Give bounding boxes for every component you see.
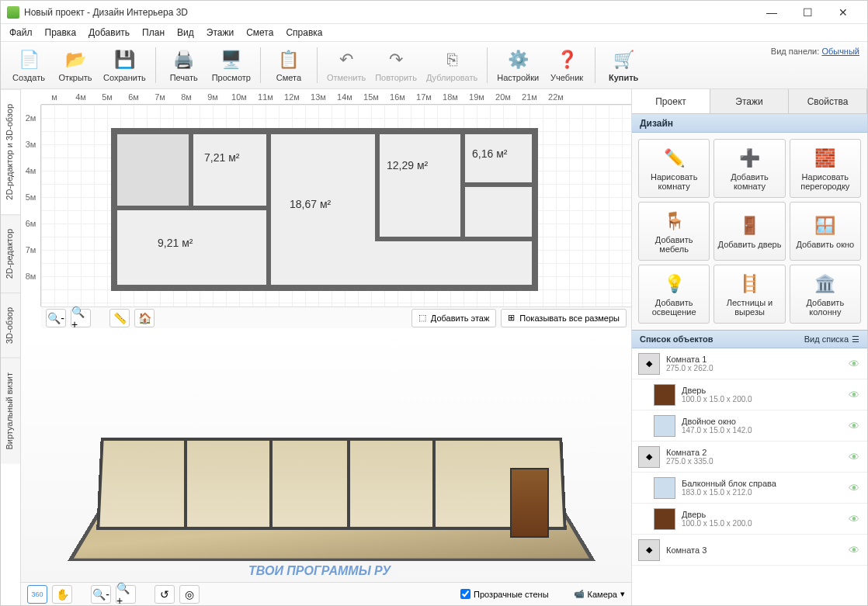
- list-item[interactable]: Дверь100.0 x 15.0 x 200.0👁: [632, 379, 867, 410]
- list-item[interactable]: ◆Комната 3👁: [632, 535, 867, 566]
- add-room-button[interactable]: ➕Добавить комнату: [713, 139, 785, 198]
- show-dimensions-button[interactable]: ⊞Показывать все размеры: [501, 309, 627, 327]
- list-item[interactable]: Балконный блок справа183.0 x 15.0 x 212.…: [632, 473, 867, 504]
- panel-mode-link[interactable]: Обычный: [821, 47, 859, 56]
- menu-add[interactable]: Добавить: [83, 26, 135, 40]
- eye-icon[interactable]: 👁: [849, 513, 861, 525]
- buy-button[interactable]: 🛒Купить: [602, 47, 645, 84]
- undo-icon: ↶: [335, 48, 358, 71]
- pencil-icon: ✏️: [662, 147, 686, 170]
- add-door-button[interactable]: 🚪Добавить дверь: [713, 202, 785, 261]
- eye-icon[interactable]: 👁: [849, 451, 861, 463]
- menu-floors[interactable]: Этажи: [201, 26, 239, 40]
- add-light-button[interactable]: 💡Добавить освещение: [638, 265, 710, 324]
- add-room-icon: ➕: [738, 147, 761, 170]
- home-button[interactable]: 🏠: [134, 309, 155, 327]
- draw-room-button[interactable]: ✏️Нарисовать комнату: [638, 139, 710, 198]
- undo-button[interactable]: ↶Отменить: [324, 47, 369, 84]
- zoom-out-button[interactable]: 🔍-: [46, 309, 66, 327]
- zoom-in-3d-button[interactable]: 🔍+: [116, 585, 136, 604]
- camera-button[interactable]: 📹Камера▾: [574, 589, 625, 599]
- menu-view[interactable]: Вид: [172, 26, 200, 40]
- view-mode-link[interactable]: Вид списка: [804, 334, 849, 344]
- vtab-3d[interactable]: 3D-обзор: [1, 293, 20, 358]
- titlebar: Новый проект - Дизайн Интерьера 3D — ☐ ✕: [1, 1, 867, 24]
- vtab-2d-3d[interactable]: 2D-редактор и 3D-обзор: [1, 89, 20, 214]
- tab-floors[interactable]: Этажи: [710, 89, 789, 113]
- estimate-button[interactable]: 📋Смета: [267, 47, 311, 84]
- object-list[interactable]: ◆Комната 1275.0 x 262.0👁 Дверь100.0 x 15…: [632, 348, 867, 605]
- tab-project[interactable]: Проект: [632, 89, 710, 113]
- room-label: 9,21 м²: [158, 237, 193, 249]
- right-panel: Проект Этажи Свойства Дизайн ✏️Нарисоват…: [631, 89, 867, 605]
- create-button[interactable]: 📄Создать: [7, 47, 50, 84]
- menu-estimate[interactable]: Смета: [241, 26, 279, 40]
- menu-file[interactable]: Файл: [4, 26, 38, 40]
- draw-partition-button[interactable]: 🧱Нарисовать перегородку: [790, 139, 861, 198]
- menu-plan[interactable]: План: [137, 26, 170, 40]
- transparent-walls-checkbox[interactable]: Прозрачные стены: [460, 589, 548, 599]
- window-title: Новый проект - Дизайн Интерьера 3D: [24, 7, 754, 18]
- eye-icon[interactable]: 👁: [849, 358, 861, 370]
- controls-2d: 🔍- 🔍+ 📏 🏠 ⬚Добавить этаж ⊞Показывать все…: [41, 306, 631, 328]
- canvas-2d[interactable]: 7,21 м² 18,67 м² 12,29 м² 6,16 м² 9,21 м…: [41, 105, 631, 306]
- dims-icon: ⊞: [508, 313, 515, 323]
- list-item[interactable]: ◆Комната 2275.0 x 335.0👁: [632, 442, 867, 473]
- window-icon: 🪟: [814, 214, 837, 237]
- save-button[interactable]: 💾Сохранить: [100, 47, 149, 84]
- rotate-360-button[interactable]: 360: [27, 585, 47, 604]
- eye-icon[interactable]: 👁: [849, 389, 861, 401]
- ruler-button[interactable]: 📏: [109, 309, 130, 327]
- add-furniture-button[interactable]: 🪑Добавить мебель: [638, 202, 710, 261]
- eye-icon[interactable]: 👁: [849, 544, 861, 556]
- stairs-icon: 🪜: [738, 272, 761, 296]
- menubar: Файл Правка Добавить План Вид Этажи Смет…: [1, 24, 867, 41]
- room-icon: ◆: [638, 539, 660, 561]
- open-button[interactable]: 📂Открыть: [54, 47, 97, 84]
- eye-icon[interactable]: 👁: [849, 482, 861, 494]
- cart-icon: 🛒: [612, 48, 635, 71]
- add-window-button[interactable]: 🪟Добавить окно: [790, 202, 861, 261]
- tutorial-button[interactable]: ❓Учебник: [545, 47, 589, 84]
- add-floor-button[interactable]: ⬚Добавить этаж: [411, 309, 496, 327]
- list-item[interactable]: ◆Комната 1275.0 x 262.0👁: [632, 348, 867, 379]
- room-icon: ◆: [638, 446, 660, 468]
- pan-button[interactable]: ✋: [52, 585, 72, 604]
- settings-button[interactable]: ⚙️Настройки: [494, 47, 542, 84]
- center-button[interactable]: ◎: [179, 585, 200, 604]
- list-item[interactable]: Двойное окно147.0 x 15.0 x 142.0👁: [632, 410, 867, 442]
- list-item[interactable]: Дверь100.0 x 15.0 x 200.0👁: [632, 504, 867, 535]
- vtab-virtual[interactable]: Виртуальный визит: [1, 358, 20, 464]
- plan-2d-view[interactable]: м4м5м6м7м8м9м10м11м12м13м14м15м16м17м18м…: [21, 89, 631, 328]
- duplicate-button[interactable]: ⎘Дублировать: [423, 47, 481, 84]
- window-icon: [654, 415, 675, 437]
- vtab-2d[interactable]: 2D-редактор: [1, 214, 20, 293]
- plan-3d-view[interactable]: 360 ✋ 🔍- 🔍+ ↺ ◎ Прозрачные стены 📹Камера…: [21, 328, 631, 605]
- door-icon: [654, 384, 675, 406]
- window-icon: [654, 477, 675, 499]
- tab-properties[interactable]: Свойства: [789, 89, 867, 113]
- ruler-vertical: 2м3м4м5м6м7м8м: [21, 105, 41, 306]
- add-column-button[interactable]: 🏛️Добавить колонну: [790, 265, 861, 324]
- minimize-button[interactable]: —: [754, 1, 790, 24]
- menu-edit[interactable]: Правка: [40, 26, 82, 40]
- printer-icon: 🖨️: [172, 48, 196, 71]
- reset-view-button[interactable]: ↺: [155, 585, 175, 604]
- gear-icon: ⚙️: [506, 48, 529, 71]
- list-icon[interactable]: ☰: [852, 334, 859, 345]
- folder-icon: 📂: [64, 48, 87, 71]
- close-button[interactable]: ✕: [825, 1, 861, 24]
- print-button[interactable]: 🖨️Печать: [162, 47, 206, 84]
- redo-button[interactable]: ↷Повторить: [372, 47, 420, 84]
- panel-mode: Вид панели: Обычный: [771, 47, 859, 56]
- objects-header: Список объектов Вид списка☰: [632, 330, 867, 348]
- door-icon: [654, 508, 675, 530]
- stairs-button[interactable]: 🪜Лестницы и вырезы: [713, 265, 785, 324]
- maximize-button[interactable]: ☐: [790, 1, 825, 24]
- zoom-in-button[interactable]: 🔍+: [71, 309, 91, 327]
- preview-button[interactable]: 🖥️Просмотр: [209, 47, 254, 84]
- eye-icon[interactable]: 👁: [849, 420, 861, 432]
- zoom-out-3d-button[interactable]: 🔍-: [91, 585, 111, 604]
- menu-help[interactable]: Справка: [280, 26, 328, 40]
- app-icon: [7, 6, 19, 19]
